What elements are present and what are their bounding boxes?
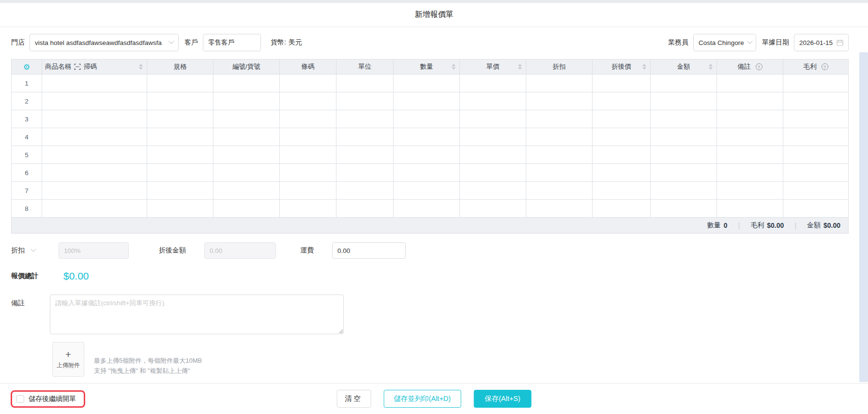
grid-cell[interactable] bbox=[651, 200, 717, 218]
grid-cell[interactable] bbox=[147, 110, 213, 128]
clear-button[interactable]: 清空 bbox=[336, 390, 371, 408]
grid-cell[interactable] bbox=[394, 128, 460, 146]
grid-cell[interactable] bbox=[280, 146, 336, 164]
grid-cell[interactable] bbox=[593, 74, 651, 92]
sort-icon[interactable] bbox=[139, 64, 143, 70]
date-picker[interactable]: 2026-01-15 bbox=[794, 34, 849, 51]
column-header-qty[interactable]: 數量 bbox=[394, 59, 460, 74]
grid-cell[interactable] bbox=[651, 164, 717, 182]
grid-cell[interactable] bbox=[717, 164, 783, 182]
remarks-textarea[interactable] bbox=[50, 295, 344, 334]
grid-cell[interactable] bbox=[280, 74, 336, 92]
grid-cell[interactable] bbox=[593, 128, 651, 146]
grid-cell[interactable] bbox=[460, 92, 526, 110]
grid-cell[interactable] bbox=[213, 74, 280, 92]
grid-cell[interactable] bbox=[526, 200, 593, 218]
grid-cell[interactable] bbox=[783, 182, 849, 200]
upload-attachment-button[interactable]: + 上傳附件 bbox=[52, 342, 84, 377]
grid-cell[interactable] bbox=[593, 110, 651, 128]
grid-cell[interactable] bbox=[42, 200, 147, 218]
grid-cell[interactable] bbox=[526, 128, 593, 146]
grid-cell[interactable] bbox=[717, 74, 783, 92]
column-header-product[interactable]: 商品名稱 掃碼 bbox=[42, 59, 147, 74]
grid-cell[interactable] bbox=[593, 200, 651, 218]
grid-cell[interactable] bbox=[526, 92, 593, 110]
grid-cell[interactable] bbox=[280, 92, 336, 110]
grid-cell[interactable] bbox=[147, 74, 213, 92]
grid-cell[interactable] bbox=[336, 164, 394, 182]
grid-cell[interactable] bbox=[651, 182, 717, 200]
grid-cell[interactable] bbox=[783, 200, 849, 218]
discount-mode-dropdown[interactable]: 折扣 bbox=[11, 246, 35, 255]
shipping-input[interactable] bbox=[332, 242, 406, 259]
grid-cell[interactable] bbox=[526, 146, 593, 164]
discounted-amount-input[interactable] bbox=[204, 242, 276, 259]
grid-cell[interactable] bbox=[336, 110, 394, 128]
grid-cell[interactable] bbox=[280, 110, 336, 128]
grid-cell[interactable] bbox=[526, 182, 593, 200]
grid-cell[interactable] bbox=[460, 146, 526, 164]
scan-button-label[interactable]: 掃碼 bbox=[84, 62, 97, 71]
salesperson-select[interactable]: Costa Chingore bbox=[693, 34, 756, 51]
grid-cell[interactable] bbox=[336, 74, 394, 92]
grid-cell[interactable] bbox=[717, 92, 783, 110]
grid-cell[interactable] bbox=[651, 146, 717, 164]
grid-cell[interactable] bbox=[336, 182, 394, 200]
column-header-amount[interactable]: 金額 bbox=[651, 59, 717, 74]
grid-cell[interactable] bbox=[394, 74, 460, 92]
grid-cell[interactable] bbox=[147, 164, 213, 182]
grid-cell[interactable] bbox=[213, 146, 280, 164]
grid-cell[interactable] bbox=[280, 128, 336, 146]
grid-cell[interactable] bbox=[213, 164, 280, 182]
grid-cell[interactable] bbox=[717, 200, 783, 218]
grid-cell[interactable] bbox=[460, 200, 526, 218]
grid-cell[interactable] bbox=[213, 182, 280, 200]
grid-cell[interactable] bbox=[526, 74, 593, 92]
grid-cell[interactable] bbox=[526, 164, 593, 182]
grid-cell[interactable] bbox=[394, 146, 460, 164]
grid-cell[interactable] bbox=[213, 200, 280, 218]
save-button[interactable]: 保存(Alt+S) bbox=[473, 390, 532, 408]
save-and-print-button[interactable]: 儲存並列印(Alt+D) bbox=[383, 390, 461, 408]
grid-cell[interactable] bbox=[651, 110, 717, 128]
grid-cell[interactable] bbox=[717, 146, 783, 164]
discount-input[interactable] bbox=[59, 242, 129, 259]
grid-cell[interactable] bbox=[280, 164, 336, 182]
gear-icon[interactable]: ⚙ bbox=[23, 63, 30, 71]
sort-icon[interactable] bbox=[518, 64, 522, 70]
grid-cell[interactable] bbox=[280, 200, 336, 218]
scan-barcode-icon[interactable] bbox=[74, 63, 81, 70]
grid-cell[interactable] bbox=[783, 110, 849, 128]
grid-cell[interactable] bbox=[783, 92, 849, 110]
grid-cell[interactable] bbox=[336, 92, 394, 110]
store-select[interactable]: vista hotel asdfasdfawseawdfasdfasdfawsf… bbox=[30, 34, 179, 51]
save-continue-checkbox[interactable] bbox=[16, 395, 24, 403]
sort-icon[interactable] bbox=[452, 64, 456, 70]
grid-cell[interactable] bbox=[783, 74, 849, 92]
grid-cell[interactable] bbox=[651, 92, 717, 110]
help-icon[interactable]: ? bbox=[822, 63, 828, 70]
grid-cell[interactable] bbox=[460, 182, 526, 200]
sort-icon[interactable] bbox=[642, 64, 646, 70]
grid-cell[interactable] bbox=[147, 146, 213, 164]
grid-cell[interactable] bbox=[460, 74, 526, 92]
grid-cell[interactable] bbox=[460, 128, 526, 146]
grid-cell[interactable] bbox=[42, 164, 147, 182]
grid-cell[interactable] bbox=[460, 164, 526, 182]
column-settings[interactable]: ⚙ bbox=[12, 59, 42, 74]
grid-cell[interactable] bbox=[147, 92, 213, 110]
grid-cell[interactable] bbox=[526, 110, 593, 128]
grid-cell[interactable] bbox=[783, 128, 849, 146]
grid-cell[interactable] bbox=[783, 146, 849, 164]
grid-cell[interactable] bbox=[42, 92, 147, 110]
grid-cell[interactable] bbox=[394, 182, 460, 200]
grid-cell[interactable] bbox=[651, 128, 717, 146]
grid-cell[interactable] bbox=[394, 164, 460, 182]
column-header-unit-price[interactable]: 單價 bbox=[460, 59, 526, 74]
grid-cell[interactable] bbox=[42, 110, 147, 128]
customer-input[interactable] bbox=[203, 34, 261, 51]
sort-icon[interactable] bbox=[709, 64, 713, 70]
grid-cell[interactable] bbox=[213, 92, 280, 110]
grid-cell[interactable] bbox=[783, 164, 849, 182]
grid-cell[interactable] bbox=[593, 146, 651, 164]
